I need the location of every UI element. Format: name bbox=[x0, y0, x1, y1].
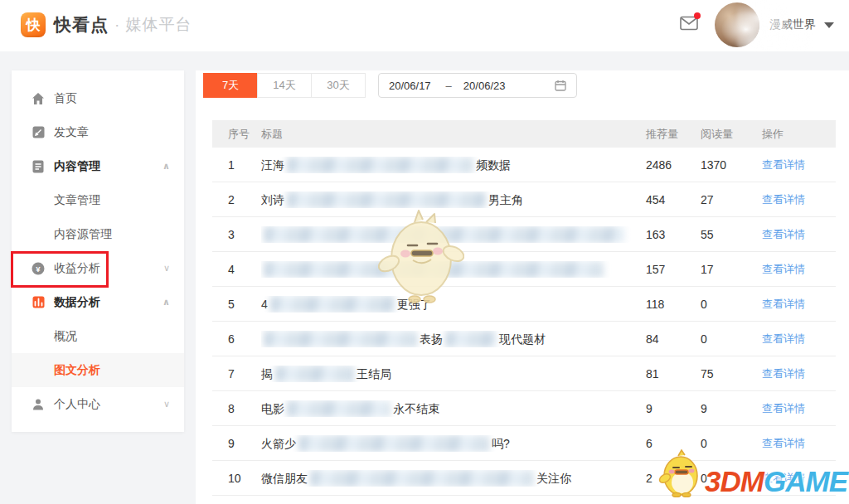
title-fragment: 频数据 bbox=[476, 158, 511, 172]
row-recommend-count: 2486 bbox=[646, 158, 701, 172]
title-fragment: 吗? bbox=[492, 437, 510, 450]
sidebar-item-revenue-analysis[interactable]: ¥ 收益分析 ∨ bbox=[12, 251, 184, 285]
logo-glyph: 快 bbox=[27, 16, 41, 35]
header-right: 漫威世界 bbox=[658, 0, 849, 51]
redacted-blur bbox=[287, 157, 473, 173]
view-details-link[interactable]: 查看详情 bbox=[762, 228, 805, 240]
redacted-blur bbox=[287, 400, 391, 417]
row-read-count: 9 bbox=[701, 402, 762, 415]
row-action-cell: 查看详情 bbox=[762, 471, 836, 486]
row-number: 7 bbox=[212, 367, 261, 380]
title-fragment: 微信朋友 bbox=[261, 472, 308, 485]
row-read-count: 0 bbox=[701, 298, 762, 311]
view-details-link[interactable]: 查看详情 bbox=[762, 332, 805, 345]
date-separator: – bbox=[446, 80, 452, 92]
account-name[interactable]: 漫威世界 bbox=[769, 17, 816, 32]
redacted-blur bbox=[275, 366, 354, 382]
row-number: 5 bbox=[212, 298, 261, 311]
title-fragment: 揭 bbox=[261, 367, 273, 380]
table-row: 2 刘诗男主角 454 27 查看详情 bbox=[212, 182, 836, 217]
row-recommend-count: 6 bbox=[646, 437, 701, 450]
row-action-cell: 查看详情 bbox=[762, 297, 836, 312]
view-details-link[interactable]: 查看详情 bbox=[762, 298, 805, 310]
title-fragment: 刘诗 bbox=[261, 193, 284, 206]
sidebar-item-overview[interactable]: 概况 bbox=[12, 319, 184, 353]
col-header-title: 标题 bbox=[261, 127, 646, 142]
avatar[interactable] bbox=[715, 2, 759, 47]
articles-table: 序号 标题 推荐量 阅读量 操作 1 汪海频数据 2486 1370 查看详情 … bbox=[212, 120, 836, 504]
sidebar-item-content-source-management[interactable]: 内容源管理 bbox=[12, 217, 184, 251]
row-title: 刘诗男主角 bbox=[261, 191, 646, 208]
sidebar-item-content-management[interactable]: 内容管理 ∧ bbox=[12, 149, 184, 183]
sidebar-item-label: 首页 bbox=[54, 91, 77, 106]
chevron-down-icon[interactable]: ∨ bbox=[163, 263, 170, 274]
coin-icon: ¥ bbox=[32, 262, 45, 275]
sidebar: 首页 发文章 内容管理 ∧ 文章管理 内容源管理 ¥ 收益分析 ∨ 数据分析 ∧… bbox=[12, 70, 184, 432]
chevron-down-icon[interactable]: ∨ bbox=[163, 399, 170, 410]
row-recommend-count: 454 bbox=[646, 193, 701, 206]
title-fragment: 现代题材 bbox=[499, 332, 546, 346]
row-action-cell: 查看详情 bbox=[762, 332, 836, 346]
sidebar-item-label: 内容源管理 bbox=[54, 227, 112, 242]
sidebar-item-personal-center[interactable]: 个人中心 ∨ bbox=[12, 387, 184, 421]
title-fragment: 火箭少 bbox=[261, 437, 296, 450]
brand[interactable]: 快 快看点 · 媒体平台 bbox=[21, 12, 192, 37]
view-details-link[interactable]: 查看详情 bbox=[762, 437, 805, 449]
table-row: 8 电影永不结束 9 9 查看详情 bbox=[212, 391, 836, 426]
sidebar-item-post-article[interactable]: 发文章 bbox=[12, 115, 184, 149]
row-action-cell: 查看详情 bbox=[762, 436, 836, 451]
calendar-icon bbox=[555, 80, 566, 91]
view-details-link[interactable]: 查看详情 bbox=[762, 158, 805, 171]
view-details-link[interactable]: 查看详情 bbox=[762, 402, 805, 414]
view-details-link[interactable]: 查看详情 bbox=[762, 193, 805, 206]
sidebar-item-article-analysis[interactable]: 图文分析 bbox=[12, 353, 184, 387]
table-header-row: 序号 标题 推荐量 阅读量 操作 bbox=[212, 120, 836, 148]
range-tab-7d[interactable]: 7天 bbox=[203, 73, 258, 98]
redacted-blur bbox=[310, 470, 534, 487]
col-header-recommend: 推荐量 bbox=[646, 127, 701, 142]
redacted-blur bbox=[298, 435, 489, 452]
title-fragment: 汪海 bbox=[261, 158, 284, 172]
row-recommend-count: 163 bbox=[646, 228, 701, 241]
redacted-blur bbox=[264, 331, 417, 347]
row-recommend-count: 9 bbox=[646, 402, 701, 415]
row-number: 2 bbox=[212, 193, 261, 206]
col-header-reads: 阅读量 bbox=[701, 127, 762, 142]
range-tab-14d[interactable]: 14天 bbox=[257, 73, 312, 98]
table-row: 6 表扬现代题材 84 0 查看详情 bbox=[212, 322, 836, 356]
date-range-picker[interactable]: 20/06/17 – 20/06/23 bbox=[378, 73, 577, 98]
title-fragment: 表扬 bbox=[420, 332, 443, 346]
brand-name: 快看点 bbox=[54, 13, 109, 36]
table-row: 5 4更强了 118 0 查看详情 bbox=[212, 287, 836, 322]
redacted-blur bbox=[264, 226, 624, 243]
mail-icon[interactable] bbox=[680, 16, 698, 34]
brand-subtitle: · 媒体平台 bbox=[114, 14, 192, 36]
sidebar-item-article-management[interactable]: 文章管理 bbox=[12, 183, 184, 217]
row-number: 9 bbox=[212, 437, 261, 450]
row-action-cell: 查看详情 bbox=[762, 192, 836, 207]
title-fragment: 更强了 bbox=[397, 298, 432, 311]
row-recommend-count: 118 bbox=[646, 298, 701, 311]
view-details-link[interactable]: 查看详情 bbox=[762, 367, 805, 380]
view-details-link[interactable]: 查看详情 bbox=[762, 263, 805, 275]
sidebar-item-label: 数据分析 bbox=[54, 295, 100, 310]
sidebar-item-label: 发文章 bbox=[54, 125, 89, 140]
sidebar-item-label: 图文分析 bbox=[54, 363, 100, 378]
row-recommend-count: 2 bbox=[646, 472, 701, 485]
row-read-count: 0 bbox=[701, 437, 762, 450]
svg-text:¥: ¥ bbox=[36, 264, 41, 273]
row-title bbox=[261, 226, 646, 243]
range-tab-30d[interactable]: 30天 bbox=[311, 73, 366, 98]
chevron-up-icon[interactable]: ∧ bbox=[163, 297, 170, 308]
range-tab-group: 7天14天30天 bbox=[203, 73, 366, 98]
view-details-link[interactable]: 查看详情 bbox=[762, 472, 805, 484]
sidebar-item-data-analysis[interactable]: 数据分析 ∧ bbox=[12, 285, 184, 319]
app-logo-icon: 快 bbox=[21, 12, 46, 37]
chevron-down-icon[interactable] bbox=[824, 22, 834, 28]
title-fragment: 永不结束 bbox=[393, 402, 439, 415]
pen-icon bbox=[32, 126, 45, 139]
chevron-up-icon[interactable]: ∧ bbox=[163, 161, 170, 172]
row-title: 电影永不结束 bbox=[261, 400, 646, 417]
sidebar-item-home[interactable]: 首页 bbox=[12, 81, 184, 115]
title-fragment: 男主角 bbox=[488, 193, 523, 206]
